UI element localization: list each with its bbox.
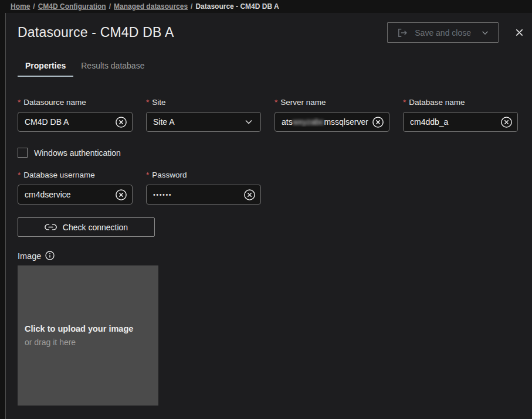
tab-results-database[interactable]: Results database	[73, 57, 152, 77]
required-marker: *	[146, 98, 149, 107]
link-icon	[45, 223, 57, 231]
required-marker: *	[18, 98, 21, 107]
breadcrumb-bar: Home / CM4D Configuration / Managed data…	[0, 0, 532, 13]
clear-icon	[243, 194, 256, 203]
required-marker: *	[146, 171, 149, 179]
image-upload-dropzone[interactable]: Click to upload your image or drag it he…	[18, 265, 158, 406]
tab-bar: Properties Results database	[18, 57, 532, 77]
close-icon	[515, 30, 524, 39]
database-username-label: * Database username	[18, 171, 133, 179]
server-name-input[interactable]: ats wxyzabc mssqlserver	[275, 112, 389, 132]
server-name-label: * Server name	[275, 98, 389, 107]
windows-authentication-label: Windows authentication	[34, 148, 121, 158]
close-button[interactable]	[513, 26, 526, 39]
clear-icon	[115, 194, 127, 203]
clear-server-name-button[interactable]	[372, 116, 384, 128]
password-input[interactable]	[146, 185, 261, 205]
check-connection-label: Check connection	[63, 223, 128, 232]
save-and-close-label: Save and close	[415, 28, 471, 38]
info-icon[interactable]	[45, 251, 55, 260]
database-name-input[interactable]	[403, 112, 518, 132]
clear-password-button[interactable]	[243, 189, 256, 201]
clear-icon	[115, 121, 127, 130]
breadcrumb-separator: /	[109, 2, 111, 11]
save-and-close-button[interactable]: Save and close	[387, 22, 499, 43]
upload-secondary-text: or drag it here	[25, 338, 158, 347]
field-datasource-name: * Datasource name	[18, 98, 133, 132]
database-name-value[interactable]	[410, 117, 497, 127]
windows-authentication-row[interactable]: Windows authentication	[18, 148, 520, 158]
form-row-2: * Database username	[18, 171, 520, 205]
site-selected-value: Site A	[153, 117, 244, 127]
database-username-input[interactable]	[18, 185, 133, 205]
required-marker: *	[403, 98, 406, 107]
tab-properties[interactable]: Properties	[18, 57, 73, 77]
windows-authentication-checkbox[interactable]	[18, 148, 28, 158]
clear-datasource-name-button[interactable]	[115, 116, 127, 128]
field-password: * Password	[146, 171, 261, 205]
clear-database-username-button[interactable]	[115, 189, 127, 201]
image-section-header: Image	[18, 251, 520, 261]
save-and-close-icon	[398, 28, 408, 38]
password-value[interactable]	[153, 191, 240, 198]
form-row-1: * Datasource name	[18, 98, 520, 132]
datasource-name-input[interactable]	[18, 112, 133, 132]
datasource-name-value[interactable]	[25, 117, 111, 127]
site-label: * Site	[146, 98, 261, 107]
field-server-name: * Server name ats wxyzabc mssqlserver	[275, 98, 389, 132]
datasource-detail-panel: Datasource - CM4D DB A Save and close	[5, 13, 532, 419]
field-database-username: * Database username	[18, 171, 133, 205]
check-connection-button[interactable]: Check connection	[18, 217, 155, 237]
panel-header: Datasource - CM4D DB A Save and close	[6, 13, 532, 43]
database-username-value[interactable]	[25, 190, 111, 199]
password-label: * Password	[146, 171, 261, 179]
breadcrumb-cm4d-configuration[interactable]: CM4D Configuration	[38, 2, 106, 11]
datasource-name-label: * Datasource name	[18, 98, 133, 107]
clear-icon	[500, 121, 513, 130]
breadcrumb-current: Datasource - CM4D DB A	[195, 2, 279, 11]
database-name-label: * Database name	[403, 98, 518, 107]
field-database-name: * Database name	[403, 98, 518, 132]
breadcrumb-separator: /	[191, 2, 192, 11]
upload-primary-text: Click to upload your image	[25, 324, 158, 333]
breadcrumb-separator: /	[33, 2, 35, 11]
page-title: Datasource - CM4D DB A	[18, 25, 387, 40]
clear-database-name-button[interactable]	[500, 116, 513, 128]
breadcrumb-managed-datasources[interactable]: Managed datasources	[114, 2, 188, 11]
field-site: * Site Site A	[146, 98, 261, 132]
properties-form: * Datasource name	[6, 98, 532, 406]
image-label: Image	[18, 251, 41, 261]
clear-icon	[372, 121, 384, 130]
redacted-text: wxyzabc	[293, 117, 324, 127]
breadcrumb-home[interactable]: Home	[11, 2, 30, 11]
chevron-down-icon[interactable]	[481, 29, 489, 37]
required-marker: *	[18, 171, 21, 179]
required-marker: *	[275, 98, 277, 107]
chevron-down-icon	[244, 117, 253, 127]
site-select[interactable]: Site A	[146, 112, 261, 132]
server-name-value[interactable]: ats wxyzabc mssqlserver	[282, 117, 368, 127]
